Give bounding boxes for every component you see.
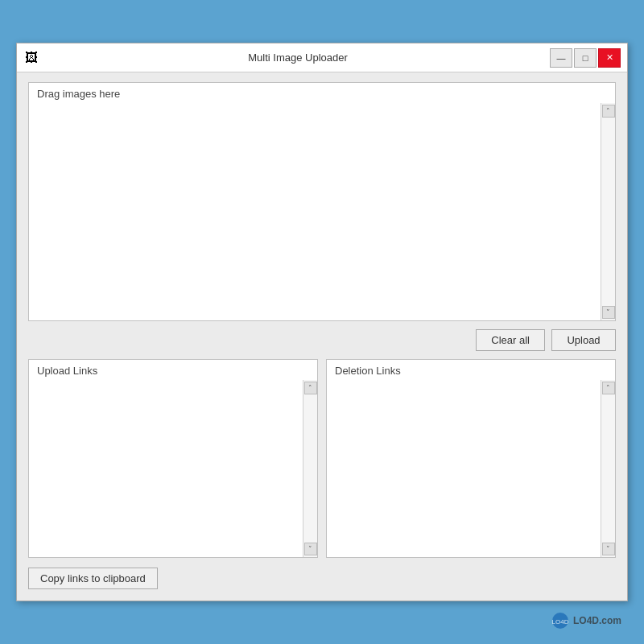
bottom-row: Copy links to clipboard [28,566,616,589]
drop-zone-scrollbar: ˄ ˅ [601,103,615,320]
action-row: Clear all Upload [28,329,616,351]
app-window: 🖼 Multi Image Uploader — □ ✕ Drag images… [16,43,628,601]
window-content: Drag images here ˄ ˅ Clear all Upload Up… [17,72,627,601]
drop-zone-scroll-down[interactable]: ˅ [602,306,615,319]
drop-zone-area[interactable]: ˄ ˅ [29,103,615,320]
app-icon: 🖼 [23,50,39,66]
upload-links-scroll-down[interactable]: ˅ [304,543,317,555]
deletion-links-area[interactable]: ˄ ˅ [327,380,615,557]
title-bar: 🖼 Multi Image Uploader — □ ✕ [17,43,627,72]
deletion-links-scrollbar: ˄ ˅ [601,380,615,557]
deletion-links-label: Deletion Links [327,360,615,380]
deletion-links-scroll-up[interactable]: ˄ [602,382,615,394]
drop-zone[interactable]: Drag images here ˄ ˅ [28,82,616,321]
copy-links-button[interactable]: Copy links to clipboard [28,568,158,589]
clear-all-button[interactable]: Clear all [476,329,545,351]
deletion-links-scroll-down[interactable]: ˅ [602,543,615,555]
drop-zone-scroll-up[interactable]: ˄ [602,105,615,118]
upload-links-scrollbar: ˄ ˅ [303,380,317,557]
watermark-text: LO4D.com [573,615,621,626]
window-title: Multi Image Uploader [46,52,550,64]
upload-links-scroll-up[interactable]: ˄ [304,382,317,394]
maximize-button[interactable]: □ [574,48,597,68]
close-button[interactable]: ✕ [598,48,621,68]
window-controls: — □ ✕ [550,48,621,68]
upload-links-area[interactable]: ˄ ˅ [29,380,317,557]
upload-links-label: Upload Links [29,360,317,380]
minimize-button[interactable]: — [550,48,572,68]
watermark: LO4D LO4D.com [551,612,621,630]
deletion-links-panel: Deletion Links ˄ ˅ [326,359,616,558]
upload-links-panel: Upload Links ˄ ˅ [28,359,318,558]
links-row: Upload Links ˄ ˅ Deletion Links ˄ ˅ [28,359,616,558]
upload-button[interactable]: Upload [551,329,616,351]
drop-zone-label: Drag images here [29,83,615,103]
watermark-icon: LO4D [551,612,569,630]
svg-text:LO4D: LO4D [552,618,569,625]
